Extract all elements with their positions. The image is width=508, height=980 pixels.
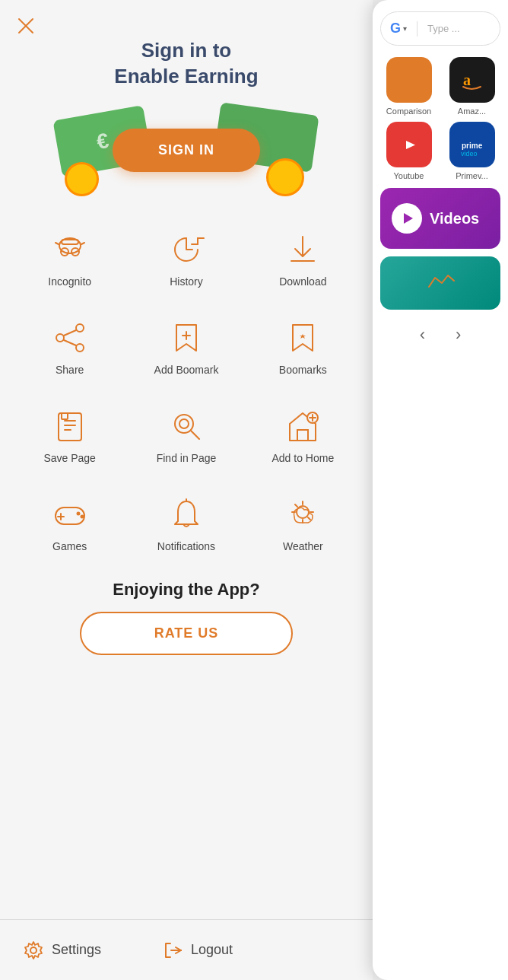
games-label: Games: [52, 539, 87, 553]
search-bar[interactable]: G ▾ Type ...: [380, 11, 500, 46]
amazon-icon: a: [449, 57, 495, 103]
youtube-label: Youtube: [394, 171, 424, 180]
svg-point-46: [30, 947, 37, 953]
google-g-letter: G: [390, 21, 401, 37]
svg-rect-7: [62, 240, 78, 244]
notifications-item[interactable]: Notifications: [132, 484, 240, 565]
svg-point-12: [76, 324, 84, 332]
comparison-label: Comparison: [386, 107, 431, 116]
nav-arrows: ‹ ›: [380, 317, 500, 352]
share-item[interactable]: Share: [15, 307, 124, 388]
share-icon: [51, 319, 89, 357]
svg-line-5: [56, 243, 59, 244]
settings-icon: [23, 940, 44, 961]
play-circle-icon: [392, 203, 422, 234]
history-label: History: [170, 275, 203, 288]
videos-label: Videos: [430, 210, 479, 228]
logout-label: Logout: [191, 942, 233, 958]
add-to-home-icon: [284, 407, 322, 445]
download-item[interactable]: Download: [249, 219, 357, 300]
comparison-shortcut[interactable]: Comparison: [380, 57, 437, 116]
history-item[interactable]: History: [132, 219, 240, 300]
incognito-label: Incognito: [48, 275, 91, 288]
add-to-home-label: Add to Home: [271, 451, 334, 465]
enjoying-section: Enjoying the App? RATE US: [8, 580, 365, 655]
sidebar: Sign in to Enable Earning SIGN IN: [0, 0, 373, 980]
rate-us-button[interactable]: RATE US: [80, 612, 293, 655]
games-item[interactable]: Games: [15, 484, 124, 565]
logout-icon: [162, 940, 183, 961]
find-in-page-icon: [167, 407, 205, 445]
save-page-icon: [51, 407, 89, 445]
google-dropdown-arrow: ▾: [403, 24, 407, 33]
weather-label: Weather: [283, 539, 323, 553]
enjoying-title: Enjoying the App?: [113, 580, 260, 600]
signin-banner: SIGN IN: [57, 105, 316, 196]
save-page-item[interactable]: Save Page: [15, 396, 124, 476]
back-arrow[interactable]: ‹: [420, 325, 425, 345]
svg-text:prime: prime: [462, 142, 483, 150]
google-logo: G ▾: [390, 21, 407, 37]
svg-line-6: [81, 243, 84, 244]
amazon-shortcut[interactable]: a Amaz...: [443, 57, 500, 116]
signin-section: Sign in to Enable Earning SIGN IN: [8, 38, 365, 196]
svg-text:video: video: [461, 150, 478, 158]
signin-button[interactable]: SIGN IN: [113, 129, 260, 172]
history-icon: [167, 231, 205, 269]
green-banner[interactable]: [380, 256, 500, 310]
find-in-page-label: Find in Page: [157, 451, 217, 465]
bookmarks-label: Boomarks: [279, 363, 327, 377]
videos-banner[interactable]: Videos: [380, 188, 500, 249]
youtube-icon: [386, 122, 432, 167]
icon-grid: Incognito History: [8, 219, 365, 565]
svg-line-44: [295, 504, 297, 507]
svg-text:a: a: [463, 72, 471, 88]
weather-item[interactable]: Weather: [249, 484, 357, 565]
notifications-label: Notifications: [157, 539, 215, 553]
download-label: Download: [279, 275, 326, 288]
svg-point-13: [76, 344, 84, 352]
settings-item[interactable]: Settings: [23, 940, 101, 961]
youtube-shortcut[interactable]: Youtube: [380, 122, 437, 180]
find-in-page-item[interactable]: Find in Page: [132, 396, 240, 476]
bookmarks-icon: [284, 319, 322, 357]
prime-label: Primev...: [456, 171, 488, 180]
prime-video-icon: prime video: [449, 122, 495, 167]
notifications-icon: [167, 495, 205, 533]
games-icon: [51, 495, 89, 533]
bookmarks-item[interactable]: Boomarks: [249, 307, 357, 388]
forward-arrow[interactable]: ›: [456, 325, 461, 345]
incognito-icon: [51, 231, 89, 269]
svg-rect-23: [62, 413, 68, 419]
coin-left: [65, 162, 99, 196]
logout-item[interactable]: Logout: [162, 940, 233, 961]
play-triangle-icon: [404, 213, 413, 224]
amazon-label: Amaz...: [458, 107, 486, 116]
svg-rect-29: [297, 430, 308, 441]
svg-line-15: [64, 330, 76, 336]
add-bookmark-item[interactable]: Add Boomark: [132, 307, 240, 388]
coin-right: [266, 158, 304, 196]
svg-line-45: [308, 517, 310, 520]
weather-icon: [284, 495, 322, 533]
svg-line-16: [64, 340, 76, 345]
download-icon: [284, 231, 322, 269]
svg-rect-50: [399, 73, 407, 88]
incognito-item[interactable]: Incognito: [15, 219, 124, 300]
add-to-home-item[interactable]: Add to Home: [249, 396, 357, 476]
shortcuts-grid: Comparison a Amaz... Youtube: [380, 57, 500, 180]
svg-point-26: [179, 419, 189, 428]
signin-title: Sign in to Enable Earning: [114, 38, 258, 90]
search-placeholder: Type ...: [427, 23, 460, 34]
svg-point-37: [80, 515, 84, 519]
right-panel: G ▾ Type ... Comparison a Amaz...: [373, 0, 508, 980]
close-button[interactable]: [15, 15, 37, 40]
bottom-bar: Settings Logout: [0, 919, 373, 980]
svg-point-36: [76, 512, 80, 516]
settings-label: Settings: [52, 942, 101, 958]
prime-shortcut[interactable]: prime video Primev...: [443, 122, 500, 180]
comparison-icon: [386, 57, 432, 103]
svg-rect-51: [411, 76, 418, 88]
save-page-label: Save Page: [43, 451, 96, 465]
svg-line-25: [191, 431, 199, 439]
